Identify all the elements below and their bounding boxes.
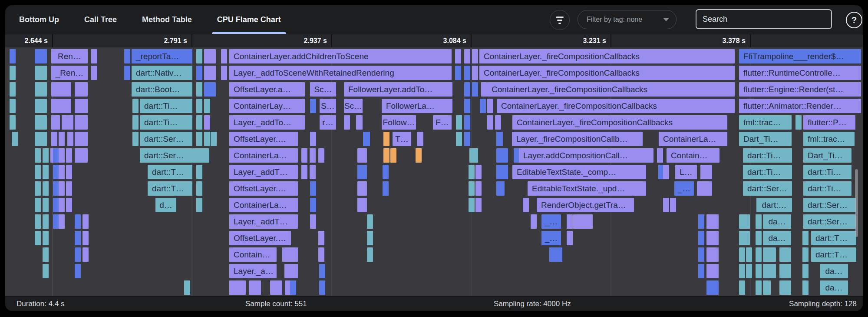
flame-bar[interactable] [204,49,216,63]
flame-bar[interactable] [756,247,762,262]
flame-bar[interactable] [496,132,503,146]
flame-bar[interactable] [284,264,290,278]
flame-bar[interactable] [531,214,537,229]
flame-bar[interactable]: T… [393,132,411,146]
flame-bar[interactable]: Dart_Ti… [803,148,851,163]
flame-bar[interactable]: da… [763,231,791,245]
flame-bar[interactable] [390,148,396,163]
flame-bar[interactable] [196,82,202,97]
flame-bar[interactable] [35,99,47,113]
flame-bar[interactable]: dart::T… [811,247,856,262]
flame-bar[interactable] [196,165,202,179]
flame-bar[interactable]: FollowerLayer.addTo… [344,82,452,97]
flame-bar[interactable] [132,99,139,113]
flame-bar[interactable] [75,99,88,113]
flame-bar[interactable] [10,66,16,80]
flame-bar[interactable] [464,66,470,80]
flame-bar[interactable]: ContainerLayer._fireCompositionCallbacks [497,99,735,113]
flame-bar[interactable] [91,49,97,63]
flame-bar[interactable] [204,132,210,146]
flame-bar[interactable]: Layer._addT… [229,214,298,229]
flame-bar[interactable] [196,198,202,212]
flame-bar[interactable] [43,247,49,262]
flame-bar[interactable] [480,99,486,113]
flame-bar[interactable] [319,280,325,295]
flame-bar[interactable] [802,247,809,262]
flame-bar[interactable] [75,132,88,146]
flame-bar[interactable] [663,198,669,212]
flame-bar[interactable] [357,148,367,163]
flame-bar[interactable] [698,247,704,262]
flame-bar[interactable]: OffsetLayer.… [229,132,298,146]
flame-bar[interactable]: ContainerLayer.addChildrenToScene [229,49,452,63]
flame-bar[interactable] [43,264,49,278]
flame-bar[interactable] [10,82,16,97]
flame-bar[interactable] [496,181,505,196]
tab-method-table[interactable]: Method Table [140,5,194,34]
flame-bar[interactable] [249,280,261,295]
flame-bar[interactable] [549,247,562,262]
flame-bar[interactable] [417,132,423,146]
flame-bar[interactable] [66,181,72,196]
flame-bar[interactable] [706,264,719,278]
flame-bar[interactable] [739,247,745,262]
flame-bar[interactable] [310,198,316,212]
flame-bar[interactable] [523,198,529,212]
flame-bar[interactable] [53,165,59,179]
flame-bar[interactable] [66,198,72,212]
flame-bar[interactable] [124,49,130,63]
flame-bar[interactable] [706,231,719,245]
flame-bar[interactable]: dart::Nativ… [132,66,192,80]
flame-bar[interactable]: Layer._a… [229,264,277,278]
flame-bar[interactable] [357,198,367,212]
search-input[interactable] [696,10,837,28]
flame-bar[interactable] [51,115,60,130]
flame-bar[interactable] [464,115,470,130]
flame-bar[interactable] [12,132,18,146]
flame-bar[interactable] [475,198,482,212]
flame-bar[interactable]: ContainerLay… [229,99,305,113]
flame-bar[interactable]: L… [675,165,697,179]
flame-bar[interactable]: fml::trac… [739,115,792,130]
flame-bar[interactable]: OffsetLayer.a… [229,82,305,97]
flame-bar[interactable]: fml::trac… [803,132,855,146]
flame-bar[interactable]: ContainerLa… [229,148,298,163]
flame-bar[interactable] [763,247,776,262]
flame-bar[interactable] [657,148,663,163]
flame-bar[interactable]: flutter::Animator::Render… [739,99,861,113]
flame-bar[interactable] [66,148,72,163]
flame-bar[interactable]: Layer.addCompositionCall… [519,148,653,163]
flame-bar[interactable]: dart::Ti… [140,115,192,130]
flame-bar[interactable] [10,99,16,113]
flame-bar[interactable]: da… [763,214,791,229]
flame-bar[interactable] [310,148,316,163]
flame-bar[interactable]: _… [541,214,561,229]
flame-bar[interactable]: dart::Ser… [743,181,792,196]
flame-bar[interactable] [383,148,389,163]
flame-bar[interactable]: dart::Ti… [803,181,851,196]
flame-bar[interactable]: OffsetLayer.… [229,181,298,196]
flame-bar[interactable]: Follow… [382,115,416,130]
flame-bar[interactable] [62,115,68,130]
flame-bar[interactable] [363,132,370,146]
flame-bar[interactable] [75,231,81,245]
flame-bar[interactable] [35,115,47,130]
flame-bar[interactable]: dart::Ti… [743,148,792,163]
flame-bar[interactable]: Sc… [310,82,336,97]
flame-bar[interactable]: FollowerLa… [382,99,452,113]
flame-bar[interactable]: Layer._addTo… [229,115,305,130]
flame-bar[interactable] [469,198,475,212]
flame-bar[interactable]: dart::Ti… [743,165,792,179]
flame-bar[interactable] [746,247,752,262]
flame-bar[interactable] [75,115,88,130]
flame-bar[interactable] [779,264,791,278]
flame-bar[interactable] [756,214,762,229]
help-button[interactable]: ? [846,12,862,28]
flame-bar[interactable]: EditableTextState._comp… [512,165,646,179]
flame-bar[interactable]: Ren… [51,49,88,63]
flame-bar[interactable] [469,148,478,163]
flame-bar[interactable] [472,49,478,63]
flame-bar[interactable]: dart::Ser… [140,132,192,146]
flame-bar[interactable] [455,49,461,63]
flame-bar[interactable] [698,264,704,278]
